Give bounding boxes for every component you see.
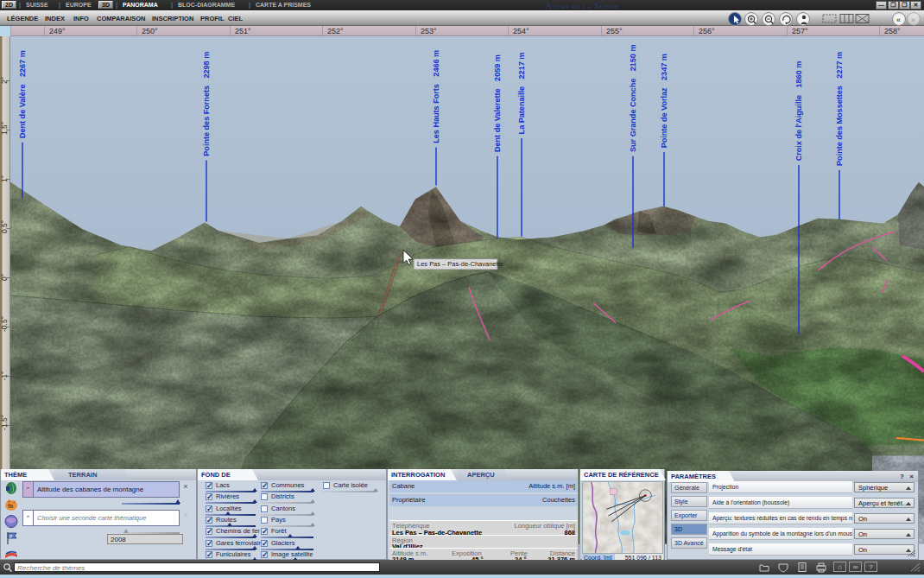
menu-profil[interactable]: PROFIL bbox=[200, 15, 225, 22]
checkbox[interactable] bbox=[206, 540, 212, 547]
collapse-panels-button[interactable]: « bbox=[892, 12, 906, 26]
tab-suisse[interactable]: SUISSE bbox=[26, 2, 48, 8]
layer-slider[interactable] bbox=[323, 491, 377, 492]
theme-icon-globe[interactable] bbox=[3, 514, 19, 529]
message-dropdown[interactable]: On bbox=[854, 544, 915, 555]
param-row-apercu-textures: Aperçu: textures réduites en cas de rend… bbox=[709, 512, 916, 524]
minimize-button[interactable]: — bbox=[876, 1, 887, 10]
chevron-up-icon bbox=[906, 533, 911, 537]
zoom-out-button[interactable] bbox=[762, 12, 775, 26]
document-icon[interactable] bbox=[796, 562, 808, 573]
chevron-up-icon bbox=[906, 486, 911, 490]
menu-inscription[interactable]: INSCRIPTION bbox=[152, 15, 193, 22]
param-tab-exporter[interactable]: Exporter bbox=[671, 510, 707, 521]
param-tab-generale[interactable]: Générale bbox=[671, 482, 707, 493]
elevation-ruler: 2° 1.5° 1° 0.5° 0° -0.5° -1° -1.5° bbox=[0, 36, 10, 469]
param-tab-3d-avance[interactable]: 3D Avancé bbox=[671, 537, 707, 549]
checkbox[interactable] bbox=[261, 505, 268, 512]
query-row-cabane: CabaneAltitude s.m. [m] bbox=[389, 480, 578, 492]
reference-map[interactable] bbox=[582, 481, 663, 554]
expand-panels-button[interactable]: » bbox=[907, 12, 921, 26]
home-button[interactable]: ⌂ bbox=[833, 562, 846, 572]
checkbox[interactable] bbox=[206, 505, 212, 512]
maximize-button[interactable]: ❐ bbox=[888, 1, 899, 10]
tab-carte-a-prismes[interactable]: CARTE A PRISMES bbox=[256, 2, 311, 8]
mode-2d-button[interactable]: 2D bbox=[2, 1, 16, 9]
layer-toggle-lacs: Lacs bbox=[206, 481, 256, 492]
theme-icon-flag[interactable]: P bbox=[3, 530, 19, 545]
checkbox[interactable] bbox=[261, 528, 268, 535]
expander-icon[interactable]: ⌃ bbox=[23, 511, 34, 525]
expander-icon[interactable]: ⌃ bbox=[23, 482, 34, 497]
checkbox[interactable] bbox=[261, 551, 268, 558]
year-field[interactable]: 2008 bbox=[107, 534, 183, 544]
observer-position-button[interactable] bbox=[796, 12, 810, 26]
view-extent-button[interactable] bbox=[822, 13, 838, 24]
menu-legende[interactable]: LÉGENDE bbox=[7, 15, 38, 22]
link-button[interactable]: ∞ bbox=[849, 562, 862, 572]
theme-icon-fauna[interactable]: fa bbox=[3, 498, 19, 512]
remove-layer2-button[interactable]: × bbox=[181, 511, 190, 520]
tab-panorama[interactable]: PANORAMA bbox=[123, 2, 158, 8]
svg-text:Les Pas – Pas-de-Chavanette: Les Pas – Pas-de-Chavanette bbox=[417, 260, 503, 268]
checkbox[interactable] bbox=[206, 517, 212, 524]
checkbox[interactable] bbox=[261, 540, 268, 547]
restore-button[interactable]: ❐ bbox=[899, 1, 910, 10]
menu-index[interactable]: INDEX bbox=[45, 15, 65, 22]
close-panel-button[interactable]: × bbox=[909, 473, 914, 480]
tab-bloc-diagramme[interactable]: BLOC-DIAGRAMME bbox=[178, 2, 235, 8]
mode-3d-button[interactable]: 3D bbox=[98, 1, 113, 9]
open-folder-icon[interactable] bbox=[758, 562, 770, 573]
layer-toggle-routes: Routes bbox=[206, 516, 256, 527]
close-button[interactable]: ✕ bbox=[910, 1, 921, 10]
orientation-dropdown[interactable]: Aperçu et fenêt... bbox=[854, 498, 915, 508]
separator: | bbox=[249, 2, 250, 8]
chevron-up-icon bbox=[906, 518, 911, 521]
menu-ciel[interactable]: CIEL bbox=[228, 15, 243, 22]
checkbox[interactable] bbox=[261, 482, 268, 489]
checkbox[interactable] bbox=[261, 517, 268, 524]
param-tab-3d[interactable]: 3D bbox=[671, 524, 707, 535]
param-tab-style[interactable]: Style bbox=[671, 496, 707, 507]
statusbar: Recherche de thèmes ⌂ ∞ ? bbox=[0, 560, 924, 575]
theme-layer1-dropdown[interactable]: ⌃ Altitude des cabanes de montagne bbox=[22, 481, 180, 498]
tab-interrogation[interactable]: INTERROGATION bbox=[388, 469, 457, 480]
send-mail-button[interactable] bbox=[855, 13, 870, 24]
window-resize-grip[interactable] bbox=[910, 562, 921, 572]
help-button[interactable]: ? bbox=[900, 473, 904, 480]
pan-tool-button[interactable] bbox=[728, 12, 742, 26]
split-view-button[interactable] bbox=[839, 13, 855, 24]
checkbox[interactable] bbox=[206, 493, 212, 500]
menu-info[interactable]: INFO bbox=[73, 15, 89, 22]
tab-terrain[interactable]: TERRAIN bbox=[54, 469, 130, 480]
tab-theme[interactable]: THÈME bbox=[1, 469, 54, 480]
help-statusbar-button[interactable]: ? bbox=[864, 562, 877, 572]
svg-text:Sur Grande Conche2150 m: Sur Grande Conche2150 m bbox=[628, 44, 637, 152]
projection-dropdown[interactable]: Sphérique bbox=[854, 482, 915, 492]
tab-apercu[interactable]: APERÇU bbox=[457, 469, 510, 480]
checkbox[interactable] bbox=[261, 493, 268, 500]
rotate-view-button[interactable] bbox=[779, 12, 793, 26]
layer-toggle-districts: Districts bbox=[261, 492, 313, 504]
printer-icon[interactable] bbox=[815, 562, 827, 573]
remove-layer1-button[interactable]: × bbox=[181, 483, 190, 492]
compass-ruler: 249° 250° 251° 252° 253° 254° 255° 256° … bbox=[0, 26, 924, 36]
theme-search-input[interactable]: Recherche de thèmes bbox=[14, 562, 380, 572]
zoom-in-button[interactable] bbox=[744, 12, 758, 26]
menu-comparaison[interactable]: COMPARAISON bbox=[97, 15, 146, 22]
textures-dropdown[interactable]: On bbox=[854, 513, 915, 524]
symbole-dropdown[interactable]: On bbox=[854, 529, 915, 539]
svg-text:Dent de Valerette2059 m: Dent de Valerette2059 m bbox=[492, 54, 502, 152]
layer-toggle-gares-ferroviaires: Gares ferroviaires bbox=[206, 539, 256, 550]
theme-icon-vegetation[interactable] bbox=[3, 481, 19, 496]
ruler-corner bbox=[0, 26, 11, 36]
download-icon[interactable] bbox=[777, 562, 789, 573]
tab-europe[interactable]: EUROPE bbox=[66, 2, 92, 8]
layer1-transparency-slider[interactable] bbox=[122, 503, 180, 505]
panel-resize-grip[interactable] bbox=[907, 549, 916, 557]
theme-layer2-dropdown[interactable]: ⌃ Choisir une seconde carte thématique bbox=[22, 510, 180, 526]
checkbox[interactable] bbox=[206, 551, 212, 558]
checkbox[interactable] bbox=[206, 528, 212, 535]
checkbox[interactable] bbox=[323, 482, 330, 489]
checkbox[interactable] bbox=[206, 482, 212, 489]
